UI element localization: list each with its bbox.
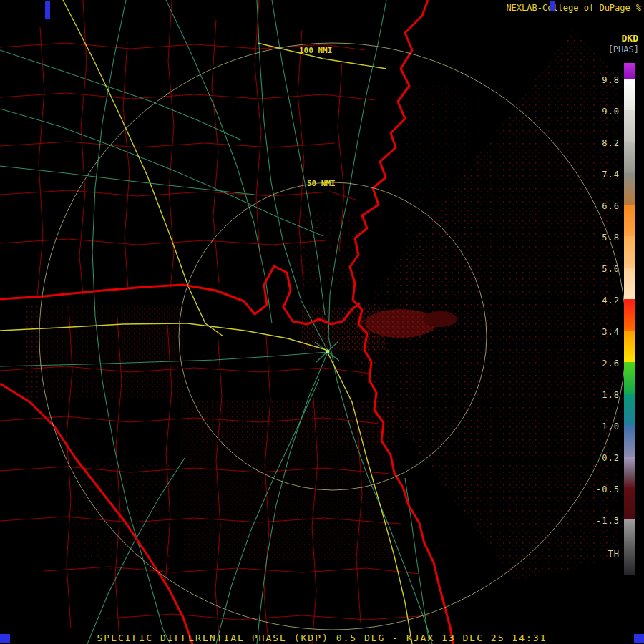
corner-mark-top-right — [550, 1, 555, 11]
colorbar-cell — [624, 299, 635, 331]
colorbar-tick-label: 9.8 — [602, 75, 620, 85]
radar-display: NEXLAB-College of DuPage % DKD [PHAS] 9.… — [0, 0, 644, 644]
colorbar-cell — [624, 236, 635, 268]
edge-glyph: % — [636, 3, 641, 13]
colorbar-tick-label: 5.8 — [602, 233, 620, 243]
colorbar-tick-label: 3.4 — [602, 327, 620, 337]
colorbar-tick-label: -1.3 — [596, 516, 620, 526]
colorbar-cell — [624, 110, 635, 142]
colorbar-cell — [624, 457, 635, 488]
colorbar-tick-label: -0.5 — [596, 484, 620, 494]
colorbar-cell — [624, 268, 635, 299]
corner-mark-bottom-right — [634, 634, 644, 643]
colorbar-cell — [624, 173, 635, 205]
colorbar-tick-label: 4.2 — [602, 296, 620, 306]
colorbar-cell — [624, 205, 635, 236]
colorbar-cell — [624, 394, 635, 425]
colorbar-cell — [624, 142, 635, 173]
corner-mark-top-left — [45, 1, 50, 19]
colorbar-cell — [624, 519, 635, 575]
corner-mark-bottom-left — [0, 634, 10, 643]
colorbar-tick-label: 8.2 — [602, 138, 620, 148]
colorbar-tick-label: 9.0 — [602, 107, 620, 117]
source-attribution: NEXLAB-College of DuPage % — [506, 3, 641, 13]
colorbar-tick-label: 7.4 — [602, 170, 620, 180]
colorbar-tick-label: 5.0 — [602, 264, 620, 274]
radar-echo-speckles — [26, 29, 617, 581]
colorbar-cell — [624, 488, 635, 519]
colorbar-cell — [624, 425, 635, 457]
range-ring-label-100nmi: 100 NMI — [299, 46, 332, 55]
colorbar-ticks: 9.89.08.27.46.65.85.04.23.42.61.81.00.2-… — [565, 63, 620, 578]
source-label: NEXLAB-College of DuPage — [506, 3, 630, 13]
colorbar-tick-label: TH — [608, 549, 620, 559]
colorbar-cell — [624, 63, 635, 79]
colorbar-tick-label: 1.0 — [602, 421, 620, 431]
range-ring-label-50nmi: 50 NMI — [307, 179, 336, 188]
colorbar-tick-label: 0.2 — [602, 453, 620, 463]
colorbar-cell — [624, 331, 635, 362]
colorbar-tick-label: 1.8 — [602, 390, 620, 400]
colorbar-cell — [624, 362, 635, 394]
colorbar-tick-label: 2.6 — [602, 358, 620, 369]
radar-map — [0, 0, 644, 644]
colorbar-tick-label: 6.6 — [602, 201, 620, 211]
colorbar-cell — [624, 79, 635, 110]
colorbar — [624, 63, 635, 575]
product-units: [PHAS] — [608, 44, 639, 54]
product-status-line: SPECIFIC DIFFERENTIAL PHASE (KDP) 0.5 DE… — [0, 633, 644, 643]
product-code: DKD — [622, 33, 638, 44]
